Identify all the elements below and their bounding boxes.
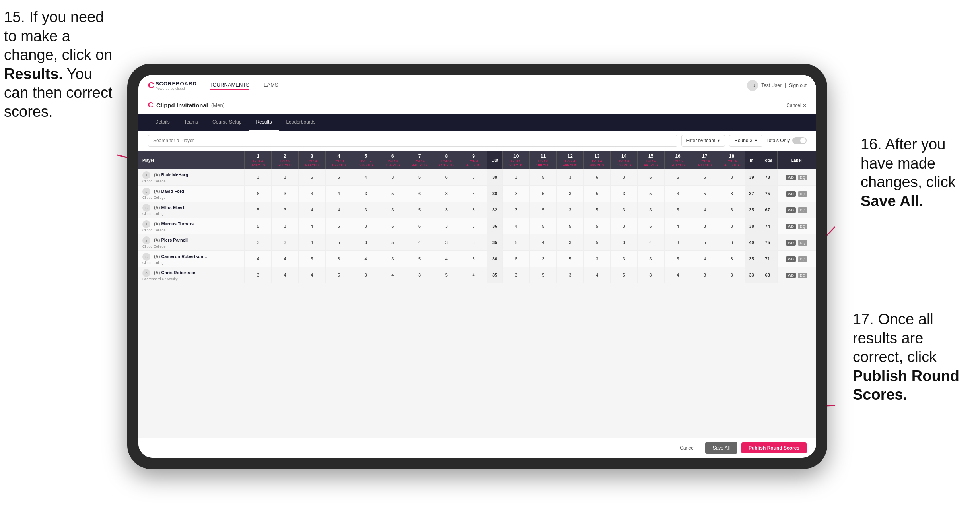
score-h11[interactable]: 5 [530, 169, 557, 186]
score-h2[interactable]: 4 [272, 251, 299, 267]
dq-button[interactable]: DQ [798, 224, 807, 229]
score-h3[interactable]: 4 [298, 218, 325, 234]
score-h11[interactable]: 5 [530, 202, 557, 218]
score-h12[interactable]: 5 [556, 251, 583, 267]
score-h16[interactable]: 4 [664, 218, 691, 234]
score-h17[interactable]: 3 [691, 218, 718, 234]
score-h4[interactable]: 5 [325, 218, 352, 234]
score-h13[interactable]: 5 [583, 202, 611, 218]
score-h12[interactable]: 3 [556, 186, 583, 202]
score-h18[interactable]: 3 [718, 218, 745, 234]
wd-button[interactable]: WD [786, 224, 796, 229]
score-h5[interactable]: 3 [352, 218, 379, 234]
score-h13[interactable]: 6 [583, 169, 611, 186]
sub-nav-course-setup[interactable]: Course Setup [205, 114, 249, 131]
score-h9[interactable]: 5 [460, 251, 487, 267]
score-h3[interactable]: 4 [298, 234, 325, 251]
score-h16[interactable]: 3 [664, 234, 691, 251]
score-h16[interactable]: 5 [664, 202, 691, 218]
score-h15[interactable]: 5 [638, 186, 665, 202]
score-h5[interactable]: 4 [352, 169, 379, 186]
dq-button[interactable]: DQ [798, 191, 807, 197]
search-player-input[interactable] [148, 135, 677, 147]
score-h18[interactable]: 3 [718, 186, 745, 202]
wd-button[interactable]: WD [786, 273, 796, 278]
cancel-tournament-button[interactable]: Cancel ✕ [786, 103, 807, 108]
score-h18[interactable]: 3 [718, 251, 745, 267]
score-h17[interactable]: 4 [691, 202, 718, 218]
score-h5[interactable]: 3 [352, 202, 379, 218]
score-h18[interactable]: 6 [718, 202, 745, 218]
score-h10[interactable]: 3 [503, 169, 530, 186]
score-h15[interactable]: 5 [638, 218, 665, 234]
cancel-footer-button[interactable]: Cancel [673, 442, 701, 453]
score-h10[interactable]: 5 [503, 234, 530, 251]
nav-link-teams[interactable]: TEAMS [261, 80, 278, 90]
score-h15[interactable]: 5 [638, 169, 665, 186]
score-h8[interactable]: 3 [433, 202, 460, 218]
wd-button[interactable]: WD [786, 191, 796, 197]
score-h9[interactable]: 5 [460, 234, 487, 251]
score-h4[interactable]: 5 [325, 267, 352, 283]
score-h12[interactable]: 3 [556, 234, 583, 251]
score-h1[interactable]: 5 [245, 202, 272, 218]
score-h1[interactable]: 3 [245, 234, 272, 251]
score-h10[interactable]: 4 [503, 218, 530, 234]
dq-button[interactable]: DQ [798, 240, 807, 246]
sub-nav-results[interactable]: Results [249, 114, 279, 131]
totals-toggle-switch[interactable] [792, 137, 807, 144]
score-h1[interactable]: 3 [245, 267, 272, 283]
score-h12[interactable]: 5 [556, 218, 583, 234]
save-all-button[interactable]: Save All [705, 442, 737, 454]
round-select[interactable]: Round 3 ▾ [729, 135, 762, 147]
score-h8[interactable]: 6 [433, 169, 460, 186]
score-h4[interactable]: 5 [325, 234, 352, 251]
nav-link-tournaments[interactable]: TOURNAMENTS [210, 80, 249, 90]
score-h18[interactable]: 3 [718, 267, 745, 283]
score-h4[interactable]: 5 [325, 169, 352, 186]
score-h2[interactable]: 3 [272, 169, 299, 186]
score-h14[interactable]: 5 [611, 267, 638, 283]
score-h6[interactable]: 3 [379, 169, 406, 186]
score-h11[interactable]: 5 [530, 218, 557, 234]
dq-button[interactable]: DQ [798, 175, 807, 180]
score-h9[interactable]: 5 [460, 186, 487, 202]
score-h4[interactable]: 4 [325, 202, 352, 218]
score-h17[interactable]: 5 [691, 234, 718, 251]
score-h16[interactable]: 3 [664, 186, 691, 202]
score-h9[interactable]: 4 [460, 267, 487, 283]
filter-team-select[interactable]: Filter by team ▾ [681, 135, 725, 147]
score-h9[interactable]: 5 [460, 169, 487, 186]
score-h4[interactable]: 3 [325, 251, 352, 267]
score-h6[interactable]: 3 [379, 202, 406, 218]
score-h13[interactable]: 4 [583, 267, 611, 283]
score-h7[interactable]: 5 [406, 169, 433, 186]
score-h3[interactable]: 5 [298, 251, 325, 267]
score-h3[interactable]: 5 [298, 169, 325, 186]
score-h7[interactable]: 4 [406, 234, 433, 251]
score-h16[interactable]: 6 [664, 169, 691, 186]
score-h1[interactable]: 5 [245, 218, 272, 234]
score-h17[interactable]: 5 [691, 186, 718, 202]
score-h8[interactable]: 5 [433, 267, 460, 283]
score-h5[interactable]: 3 [352, 186, 379, 202]
score-h13[interactable]: 5 [583, 186, 611, 202]
score-h15[interactable]: 3 [638, 202, 665, 218]
sub-nav-teams[interactable]: Teams [177, 114, 205, 131]
score-h14[interactable]: 3 [611, 251, 638, 267]
score-h9[interactable]: 5 [460, 218, 487, 234]
score-h12[interactable]: 3 [556, 267, 583, 283]
wd-button[interactable]: WD [786, 175, 796, 180]
score-h2[interactable]: 3 [272, 186, 299, 202]
score-h2[interactable]: 3 [272, 218, 299, 234]
score-h3[interactable]: 4 [298, 267, 325, 283]
score-h10[interactable]: 3 [503, 186, 530, 202]
score-h7[interactable]: 6 [406, 186, 433, 202]
score-h11[interactable]: 5 [530, 186, 557, 202]
score-h18[interactable]: 6 [718, 234, 745, 251]
score-h1[interactable]: 3 [245, 169, 272, 186]
score-h14[interactable]: 3 [611, 218, 638, 234]
score-h14[interactable]: 3 [611, 169, 638, 186]
score-h11[interactable]: 5 [530, 267, 557, 283]
score-h8[interactable]: 3 [433, 186, 460, 202]
